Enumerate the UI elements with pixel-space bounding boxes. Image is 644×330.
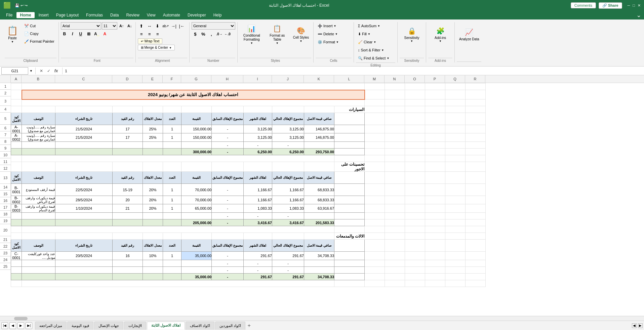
row-5[interactable]: 5: [0, 113, 11, 125]
fill-button[interactable]: ⬇ Fill ▼: [356, 30, 372, 38]
row-8[interactable]: 8: [0, 138, 11, 145]
align-middle-btn[interactable]: ↔: [146, 22, 153, 30]
format-cells-button[interactable]: ⚙️ Format ▼: [316, 38, 341, 46]
comments-button[interactable]: Comments: [571, 2, 596, 8]
align-bottom-btn[interactable]: ⬇: [154, 22, 161, 30]
format-as-table-button[interactable]: 📋 Format as Table ▼: [265, 22, 289, 47]
fill-color-button[interactable]: A_: [93, 30, 100, 38]
font-increase-btn[interactable]: A↑: [118, 22, 125, 30]
indent-decrease-btn[interactable]: |←: [178, 22, 186, 30]
active-cell-G21[interactable]: 35,000.00: [182, 252, 212, 260]
row-24[interactable]: 24: [0, 256, 11, 263]
tab-muredeen[interactable]: اكواد الموردين: [215, 322, 245, 330]
merge-center-button[interactable]: ⊞ Merge & Center ▼: [138, 45, 175, 50]
horizontal-scrollbar[interactable]: [0, 316, 644, 321]
name-box-dropdown[interactable]: ▼: [30, 69, 33, 73]
cut-button[interactable]: ✂️ Cut: [22, 22, 56, 30]
maximize-button[interactable]: □: [633, 3, 635, 7]
sensitivity-button[interactable]: 🔒 Sensitivity ▼: [400, 22, 424, 47]
sheet-scroll-area[interactable]: 1 2 3 4 5 6 7 8 9 10 11 12 13 14 15 16 1…: [0, 83, 644, 316]
row-4[interactable]: 4: [0, 106, 11, 113]
close-button[interactable]: ✕: [638, 3, 641, 8]
font-size-select[interactable]: 11: [102, 22, 117, 30]
col-header-N[interactable]: N: [385, 75, 405, 83]
row-18[interactable]: 18: [0, 211, 11, 217]
row-10[interactable]: 10: [0, 152, 11, 158]
tab-last-btn[interactable]: ▶|: [26, 322, 32, 329]
align-left-btn[interactable]: ≡: [138, 30, 145, 38]
row-20[interactable]: 20: [0, 224, 11, 236]
insert-function-icon[interactable]: fx: [53, 69, 59, 73]
col-header-B[interactable]: B: [22, 75, 55, 83]
confirm-formula-icon[interactable]: ✓: [46, 69, 52, 73]
underline-button[interactable]: U: [77, 30, 84, 38]
formula-input[interactable]: 1: [65, 69, 643, 73]
decimal-increase-btn[interactable]: .0→: [216, 30, 223, 38]
col-header-A[interactable]: A: [11, 75, 22, 83]
menu-file[interactable]: File: [3, 12, 16, 18]
menu-developer[interactable]: Developer: [184, 12, 209, 18]
cell-A1[interactable]: [11, 83, 22, 90]
delete-cells-button[interactable]: ➖ Delete ▼: [316, 30, 340, 38]
row-14[interactable]: 14: [0, 184, 11, 191]
row-25[interactable]: 25: [0, 263, 11, 270]
comma-btn[interactable]: ,: [208, 30, 215, 38]
tab-quyud[interactable]: قيود اليومية: [67, 322, 93, 330]
row-23[interactable]: 23: [0, 250, 11, 256]
col-header-P[interactable]: P: [425, 75, 445, 83]
col-header-Q[interactable]: Q: [445, 75, 465, 83]
insert-cells-button[interactable]: ➕ Insert ▼: [316, 22, 338, 30]
border-button[interactable]: ⊞: [85, 30, 92, 38]
tab-first-btn[interactable]: |◀: [1, 322, 8, 329]
col-header-D[interactable]: D: [112, 75, 143, 83]
col-header-C[interactable]: C: [55, 75, 112, 83]
col-header-F[interactable]: F: [163, 75, 181, 83]
decimal-decrease-btn[interactable]: ←.0: [224, 30, 231, 38]
share-button[interactable]: 🔗 Share: [599, 2, 622, 9]
copy-button[interactable]: 📄 Copy: [22, 30, 56, 37]
menu-view[interactable]: View: [144, 12, 159, 18]
align-center-btn[interactable]: ≡: [146, 30, 153, 38]
find-select-button[interactable]: 🔍 Find & Select ▼: [356, 54, 391, 62]
row-3[interactable]: 3: [0, 96, 11, 106]
menu-data[interactable]: Data: [107, 12, 122, 18]
tab-asnaf[interactable]: اكواد الاصناف: [186, 322, 214, 330]
cell-styles-button[interactable]: 🎨 Cell Styles ▼: [291, 22, 311, 47]
row-19[interactable]: 19: [0, 217, 11, 224]
col-header-K[interactable]: K: [304, 75, 334, 83]
scroll-thumb[interactable]: [14, 317, 28, 320]
row-12[interactable]: 12: [0, 165, 11, 172]
col-header-G[interactable]: G: [181, 75, 211, 83]
row-11[interactable]: 11: [0, 158, 11, 165]
analyze-data-button[interactable]: 📈 Analyze Data: [457, 22, 481, 47]
sheet-scroll-left[interactable]: ◀: [632, 323, 637, 328]
excel-logo-icon[interactable]: 🟩: [3, 2, 11, 9]
conditional-formatting-button[interactable]: 📊 Conditional Formatting ▼: [240, 22, 264, 47]
menu-formulas[interactable]: Formulas: [83, 12, 106, 18]
orientation-btn[interactable]: ab↗: [162, 22, 169, 30]
bold-button[interactable]: B: [61, 30, 68, 38]
row-7[interactable]: 7: [0, 131, 11, 138]
row-6[interactable]: 6: [0, 125, 11, 131]
wrap-text-button[interactable]: ↵ Wrap Text: [138, 38, 162, 44]
tab-mizan[interactable]: ميزان المراجعه: [35, 322, 67, 330]
cell-B1[interactable]: [22, 83, 365, 90]
row-2[interactable]: 2: [0, 90, 11, 96]
row-1[interactable]: 1: [0, 83, 11, 90]
col-header-I[interactable]: I: [243, 75, 272, 83]
name-box[interactable]: G21: [1, 67, 28, 75]
currency-btn[interactable]: $: [192, 30, 199, 38]
tab-jihat[interactable]: جهات الإتصال: [94, 322, 123, 330]
percent-btn[interactable]: %: [200, 30, 207, 38]
tab-ijaraat[interactable]: الإيجارات: [124, 322, 146, 330]
col-header-R[interactable]: R: [465, 75, 485, 83]
indent-increase-btn[interactable]: →|: [170, 22, 177, 30]
col-header-E[interactable]: E: [143, 75, 163, 83]
menu-automate[interactable]: Automate: [160, 12, 184, 18]
menu-help[interactable]: Help: [210, 12, 225, 18]
ribbon-collapse-btn[interactable]: ⌄: [636, 11, 641, 19]
tab-ahlak[interactable]: اهلاك الاصول الثابتة: [147, 322, 185, 330]
row-15[interactable]: 15: [0, 191, 11, 197]
cancel-formula-icon[interactable]: ✕: [38, 69, 44, 73]
align-right-btn[interactable]: ≡: [154, 30, 161, 38]
